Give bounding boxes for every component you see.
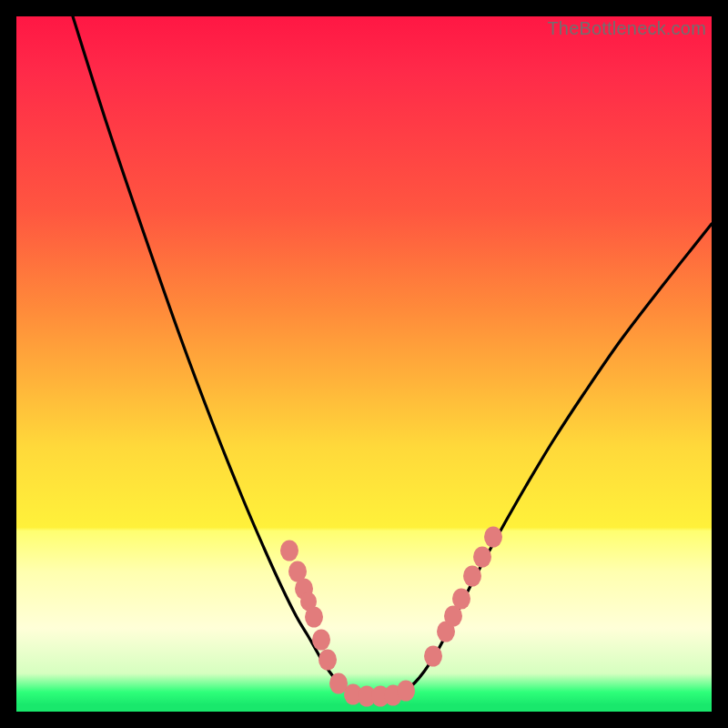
watermark-label: TheBottleneck.com (547, 18, 706, 39)
chart-gradient-background (16, 16, 712, 712)
chart-frame: TheBottleneck.com (16, 16, 712, 712)
